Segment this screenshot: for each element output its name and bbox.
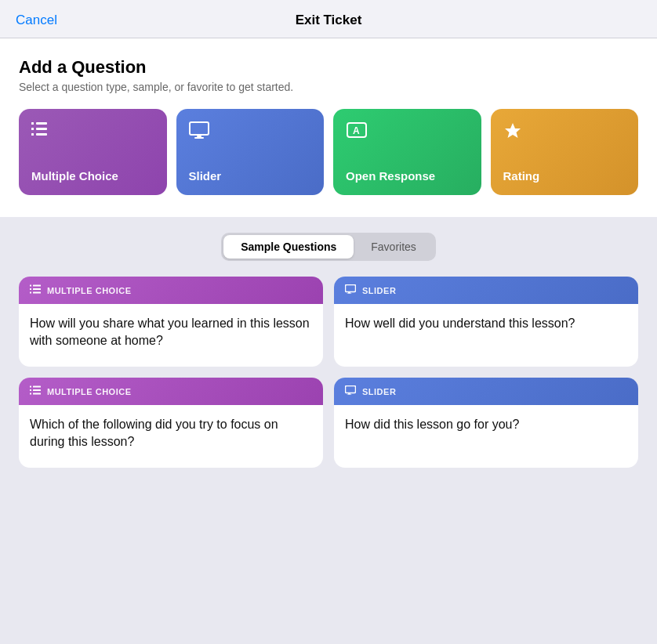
svg-marker-11 <box>505 123 521 138</box>
question-card-1-type-label: MULTIPLE CHOICE <box>47 286 132 295</box>
page-title: Exit Ticket <box>296 13 362 28</box>
svg-rect-23 <box>30 389 31 391</box>
question-card-1[interactable]: MULTIPLE CHOICE How will you share what … <box>19 277 323 367</box>
type-card-open-response-label: Open Response <box>346 169 469 183</box>
question-card-2-type-label: SLIDER <box>362 286 396 295</box>
svg-rect-0 <box>31 122 34 125</box>
svg-rect-19 <box>348 292 350 294</box>
svg-rect-21 <box>30 386 31 388</box>
type-card-multiple-choice-label: Multiple Choice <box>31 169 154 183</box>
question-card-2[interactable]: SLIDER How well did you understand this … <box>334 277 638 367</box>
svg-rect-27 <box>346 386 356 393</box>
monitor-icon <box>189 121 312 143</box>
questions-grid: MULTIPLE CHOICE How will you share what … <box>19 277 638 468</box>
question-card-4-header: SLIDER <box>334 378 638 405</box>
type-card-multiple-choice[interactable]: Multiple Choice <box>19 109 167 195</box>
svg-rect-8 <box>194 137 204 139</box>
question-card-3[interactable]: MULTIPLE CHOICE Which of the following d… <box>19 378 323 468</box>
svg-text:A: A <box>353 125 360 136</box>
question-card-2-text: How well did you understand this lesson? <box>345 315 575 332</box>
content-section: Add a Question Select a question type, s… <box>0 38 657 217</box>
svg-rect-24 <box>33 389 41 391</box>
text-a-icon: A <box>346 121 469 145</box>
type-card-slider[interactable]: Slider <box>176 109 325 195</box>
question-card-2-body: How well did you understand this lesson? <box>334 304 638 367</box>
svg-rect-15 <box>33 288 41 290</box>
svg-rect-14 <box>30 288 31 290</box>
mc-icon-1 <box>30 284 41 296</box>
svg-rect-3 <box>36 128 47 130</box>
tab-favorites[interactable]: Favorites <box>354 235 434 259</box>
svg-rect-12 <box>30 285 31 287</box>
svg-rect-4 <box>31 133 34 136</box>
modal-container: Cancel Exit Ticket Add a Question Select… <box>0 0 657 644</box>
add-question-title: Add a Question <box>19 57 638 78</box>
svg-rect-28 <box>348 393 350 395</box>
type-card-open-response[interactable]: A Open Response <box>333 109 481 195</box>
question-card-1-text: How will you share what you learned in t… <box>30 315 312 350</box>
list-icon <box>31 121 154 142</box>
question-card-3-type-label: MULTIPLE CHOICE <box>47 387 132 396</box>
svg-rect-7 <box>197 136 201 137</box>
question-card-2-header: SLIDER <box>334 277 638 304</box>
question-card-4[interactable]: SLIDER How did this lesson go for you? <box>334 378 638 468</box>
svg-rect-29 <box>347 395 352 396</box>
toggle-tabs: Sample Questions Favorites <box>19 233 638 261</box>
svg-rect-1 <box>36 122 47 125</box>
svg-rect-26 <box>33 393 41 395</box>
cancel-button[interactable]: Cancel <box>16 13 57 28</box>
svg-rect-22 <box>33 386 41 388</box>
mc-icon-2 <box>30 385 41 397</box>
question-card-1-body: How will you share what you learned in t… <box>19 304 323 367</box>
question-card-3-body: Which of the following did you try to fo… <box>19 405 323 468</box>
svg-rect-16 <box>30 292 31 294</box>
question-card-4-text: How did this lesson go for you? <box>345 416 519 433</box>
header: Cancel Exit Ticket <box>0 0 657 38</box>
tab-sample-questions[interactable]: Sample Questions <box>223 235 354 259</box>
question-card-3-header: MULTIPLE CHOICE <box>19 378 323 405</box>
slider-icon-2 <box>345 385 356 397</box>
svg-rect-13 <box>33 285 41 287</box>
svg-rect-2 <box>31 128 34 130</box>
type-card-slider-label: Slider <box>189 169 312 183</box>
star-icon <box>503 121 626 145</box>
svg-rect-20 <box>347 294 352 295</box>
svg-rect-25 <box>30 393 31 395</box>
svg-rect-17 <box>33 292 41 294</box>
bottom-section: Sample Questions Favorites <box>0 217 657 644</box>
svg-rect-18 <box>346 285 356 292</box>
type-card-rating-label: Rating <box>503 169 626 183</box>
add-question-subtitle: Select a question type, sample, or favor… <box>19 81 638 93</box>
question-card-4-body: How did this lesson go for you? <box>334 405 638 468</box>
svg-rect-5 <box>36 133 47 136</box>
type-card-rating[interactable]: Rating <box>491 109 639 195</box>
question-card-3-text: Which of the following did you try to fo… <box>30 416 312 451</box>
svg-rect-6 <box>190 122 209 135</box>
type-cards-row: Multiple Choice Slider A <box>19 109 638 195</box>
slider-icon-1 <box>345 284 356 296</box>
question-card-1-header: MULTIPLE CHOICE <box>19 277 323 304</box>
tabs-container: Sample Questions Favorites <box>221 233 436 261</box>
question-card-4-type-label: SLIDER <box>362 387 396 396</box>
